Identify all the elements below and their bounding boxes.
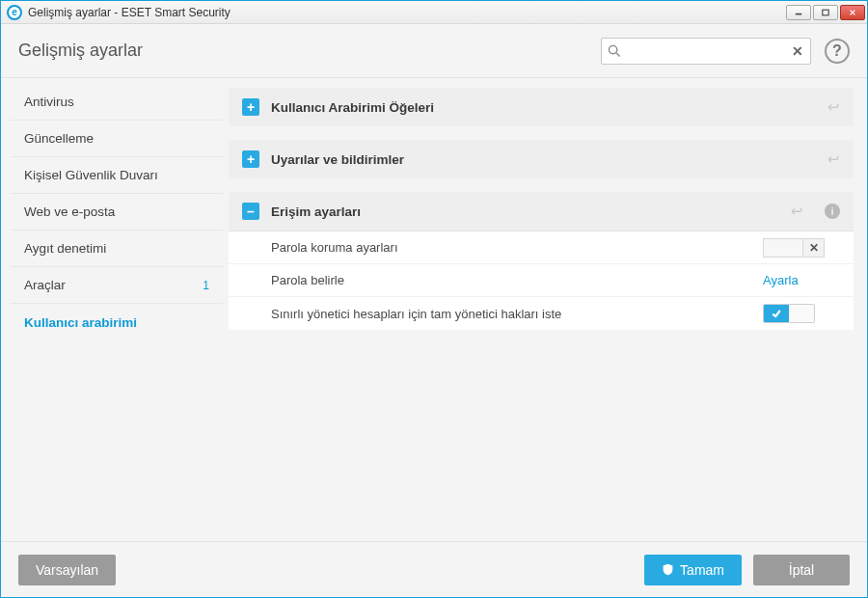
sidebar-item-label: Araçlar: [24, 278, 66, 292]
button-label: İptal: [789, 562, 814, 578]
default-button[interactable]: Varsayılan: [18, 555, 116, 585]
cancel-button[interactable]: İptal: [753, 555, 850, 585]
search-clear-icon[interactable]: ✕: [791, 44, 804, 58]
sidebar-item-firewall[interactable]: Kişisel Güvenlik Duvarı: [11, 157, 223, 194]
svg-point-4: [609, 45, 616, 53]
row-label: Sınırlı yönetici hesapları için tam yöne…: [271, 307, 763, 321]
row-password-protection: Parola koruma ayarları ✕: [229, 231, 854, 264]
svg-rect-1: [823, 10, 828, 15]
row-label: Parola belirle: [271, 273, 763, 287]
row-admin-rights: Sınırlı yönetici hesapları için tam yöne…: [229, 297, 854, 330]
expand-icon[interactable]: [242, 150, 259, 168]
admin-rights-toggle[interactable]: [763, 304, 815, 323]
row-set-password: Parola belirle Ayarla: [229, 264, 854, 297]
reset-icon[interactable]: ↩: [791, 203, 803, 220]
row-label: Parola koruma ayarları: [271, 240, 763, 255]
sidebar-item-label: Kişisel Güvenlik Duvarı: [24, 168, 158, 182]
reset-icon[interactable]: ↩: [827, 98, 840, 116]
panel-alerts: Uyarılar ve bildirimler ↩: [229, 140, 854, 178]
password-protection-input[interactable]: [763, 238, 803, 258]
sidebar: Antivirus Güncelleme Kişisel Güvenlik Du…: [1, 78, 223, 541]
header: Gelişmiş ayarlar ✕ ?: [1, 24, 867, 78]
panel-title: Erişim ayarları: [271, 204, 779, 219]
set-password-link[interactable]: Ayarla: [763, 273, 799, 287]
panel-header-alerts[interactable]: Uyarılar ve bildirimler ↩: [229, 140, 854, 178]
sidebar-item-label: Güncelleme: [24, 131, 94, 146]
footer: Varsayılan Tamam İptal: [1, 541, 867, 597]
button-label: Tamam: [680, 562, 724, 578]
maximize-button[interactable]: [813, 5, 838, 20]
toggle-off-side: [789, 305, 814, 322]
search-input[interactable]: [621, 43, 791, 58]
password-protection-control: ✕: [763, 238, 840, 258]
panel-ui-elements: Kullanıcı Arabirimi Öğeleri ↩: [229, 88, 854, 126]
sidebar-item-device-control[interactable]: Aygıt denetimi: [11, 231, 223, 267]
set-password-control: Ayarla: [763, 273, 840, 287]
app-icon: e: [7, 5, 22, 20]
panel-header-ui-elements[interactable]: Kullanıcı Arabirimi Öğeleri ↩: [229, 88, 854, 126]
content: Kullanıcı Arabirimi Öğeleri ↩ Uyarılar v…: [223, 78, 867, 541]
sidebar-item-antivirus[interactable]: Antivirus: [11, 84, 223, 121]
reset-icon[interactable]: ↩: [827, 150, 840, 168]
sidebar-item-label: Aygıt denetimi: [24, 241, 106, 256]
admin-rights-control: [763, 304, 840, 323]
panel-title: Kullanıcı Arabirimi Öğeleri: [271, 100, 816, 115]
collapse-icon[interactable]: [242, 203, 259, 220]
body: Antivirus Güncelleme Kişisel Güvenlik Du…: [1, 78, 867, 541]
panel-title: Uyarılar ve bildirimler: [271, 152, 816, 167]
clear-icon[interactable]: ✕: [803, 238, 825, 258]
shield-icon: [662, 563, 674, 576]
toggle-on-icon: [764, 305, 789, 322]
sidebar-item-web-email[interactable]: Web ve e-posta: [11, 194, 223, 231]
close-button[interactable]: [840, 5, 865, 20]
window: e Gelişmiş ayarlar - ESET Smart Security…: [0, 0, 868, 598]
window-controls: [786, 5, 865, 20]
help-button[interactable]: ?: [825, 39, 850, 64]
search-box[interactable]: ✕: [601, 38, 811, 65]
sidebar-item-label: Web ve e-posta: [24, 204, 115, 219]
sidebar-item-label: Kullanıcı arabirimi: [24, 315, 137, 330]
sidebar-item-label: Antivirus: [24, 95, 74, 109]
info-icon[interactable]: i: [825, 204, 840, 219]
minimize-button[interactable]: [786, 5, 811, 20]
ok-button[interactable]: Tamam: [644, 555, 742, 585]
sidebar-item-tools[interactable]: Araçlar 1: [11, 267, 223, 304]
panel-access-settings: Erişim ayarları ↩ i Parola koruma ayarla…: [229, 192, 854, 330]
panel-body-access: Parola koruma ayarları ✕ Parola belirle …: [229, 231, 854, 330]
sidebar-item-user-interface[interactable]: Kullanıcı arabirimi: [11, 304, 223, 340]
search-icon: [608, 44, 621, 58]
sidebar-item-update[interactable]: Güncelleme: [11, 121, 223, 157]
panel-header-access[interactable]: Erişim ayarları ↩ i: [229, 192, 854, 231]
svg-line-5: [616, 53, 620, 57]
page-title: Gelişmiş ayarlar: [18, 41, 587, 61]
expand-icon[interactable]: [242, 98, 259, 116]
window-title: Gelişmiş ayarlar - ESET Smart Security: [28, 6, 786, 19]
titlebar: e Gelişmiş ayarlar - ESET Smart Security: [1, 1, 867, 24]
sidebar-badge: 1: [203, 279, 209, 292]
button-label: Varsayılan: [36, 562, 98, 578]
